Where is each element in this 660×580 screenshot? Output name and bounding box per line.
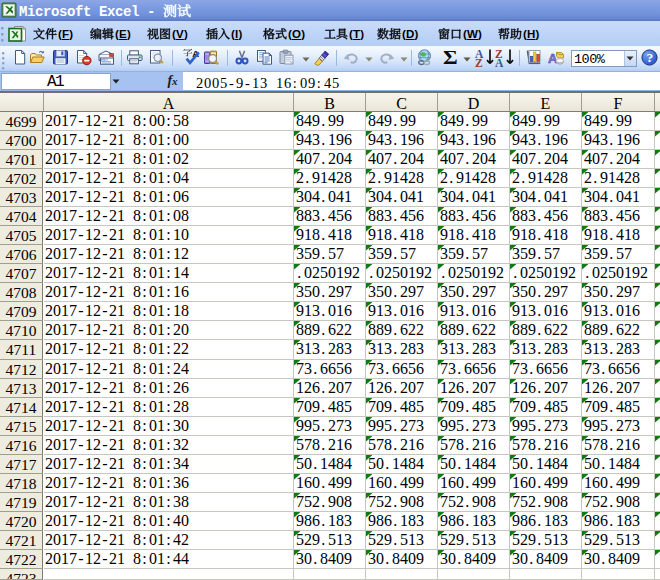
svg-text:A: A: [495, 57, 504, 68]
svg-text:?: ?: [646, 50, 653, 65]
svg-text:Z: Z: [475, 57, 483, 68]
